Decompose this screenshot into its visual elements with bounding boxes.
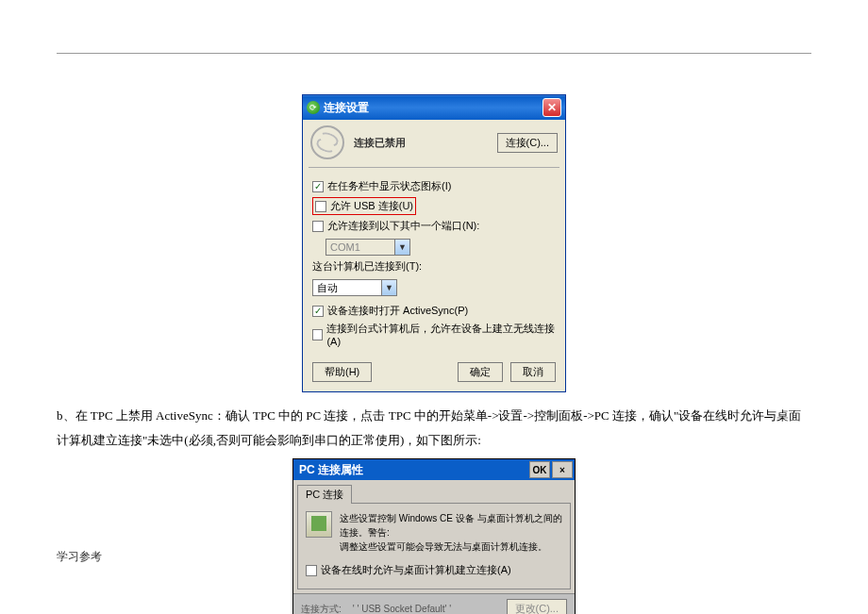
- info-line2: 调整这些设置可能会导致无法与桌面计算机连接。: [340, 539, 562, 554]
- pc-connection-properties-dialog: PC 连接属性 OK × PC 连接 这些设置控制 Windows CE 设备 …: [292, 458, 576, 614]
- divider: [309, 167, 559, 168]
- bottom-bar: 连接方式: ' ' USB Socket Default' ' 更改(C)...: [293, 593, 575, 614]
- close-button[interactable]: ✕: [542, 98, 561, 117]
- titlebar: ⟳ 连接设置 ✕: [303, 95, 565, 120]
- help-button[interactable]: 帮助(H): [312, 362, 372, 382]
- wireless-checkbox[interactable]: [312, 329, 323, 340]
- activesync-icon: ⟳: [307, 101, 320, 114]
- port-select-value: COM1: [330, 241, 360, 253]
- allow-connection-checkbox[interactable]: [306, 565, 317, 576]
- usb-label: 允许 USB 连接(U): [330, 199, 413, 213]
- dialog-buttons: 帮助(H) 确定 取消: [303, 357, 565, 391]
- method-label: 连接方式:: [301, 603, 342, 615]
- port-checkbox[interactable]: [312, 221, 324, 232]
- cancel-button[interactable]: 取消: [510, 362, 556, 382]
- activesync-label: 设备连接时打开 ActiveSync(P): [327, 304, 468, 318]
- connect-button[interactable]: 连接(C)...: [497, 133, 558, 153]
- change-button[interactable]: 更改(C)...: [507, 599, 567, 614]
- connection-settings-dialog: ⟳ 连接设置 ✕ 连接已禁用 连接(C)... ✓ 在任务栏中显示状态图标(I)…: [302, 94, 566, 392]
- chevron-down-icon: ▼: [394, 240, 409, 255]
- connected-select-value: 自动: [317, 281, 338, 295]
- connected-label: 这台计算机已连接到(T):: [312, 259, 422, 274]
- close-button[interactable]: ×: [552, 461, 573, 478]
- dialog-title: 连接设置: [324, 100, 542, 116]
- tab-area: PC 连接 这些设置控制 Windows CE 设备 与桌面计算机之间的连接。警…: [293, 480, 575, 593]
- pc-connection-tab[interactable]: PC 连接: [297, 485, 352, 504]
- page-top-divider: [57, 53, 811, 54]
- info-text: 这些设置控制 Windows CE 设备 与桌面计算机之间的连接。警告: 调整这…: [340, 511, 562, 554]
- wireless-label: 连接到台式计算机后，允许在设备上建立无线连接(A): [326, 322, 556, 347]
- port-select[interactable]: COM1 ▼: [326, 239, 410, 256]
- activesync-checkbox[interactable]: ✓: [312, 306, 324, 317]
- dialog2-title: PC 连接属性: [299, 462, 527, 478]
- connected-select[interactable]: 自动 ▼: [312, 279, 397, 296]
- options-area: ✓ 在任务栏中显示状态图标(I) 允许 USB 连接(U) 允许连接到以下其中一…: [303, 170, 565, 357]
- info-line1: 这些设置控制 Windows CE 设备 与桌面计算机之间的连接。警告:: [340, 511, 562, 539]
- ok-button[interactable]: 确定: [458, 362, 503, 382]
- page-footer: 学习参考: [57, 549, 102, 565]
- device-icon: [306, 511, 332, 538]
- method-value: ' ' USB Socket Default' ': [353, 604, 451, 614]
- status-row: 连接已禁用 连接(C)...: [303, 120, 565, 165]
- port-label: 允许连接到以下其中一个端口(N):: [327, 219, 479, 233]
- taskbar-checkbox[interactable]: ✓: [312, 181, 324, 192]
- sync-status-icon: [310, 125, 344, 159]
- status-text: 连接已禁用: [354, 136, 497, 150]
- doc-paragraph-b: b、在 TPC 上禁用 ActiveSync：确认 TPC 中的 PC 连接，点…: [57, 404, 811, 453]
- usb-checkbox[interactable]: [315, 201, 326, 212]
- allow-connection-label: 设备在线时允许与桌面计算机建立连接(A): [321, 563, 511, 577]
- chevron-down-icon: ▼: [381, 280, 396, 295]
- titlebar: PC 连接属性 OK ×: [293, 459, 575, 480]
- usb-highlight: 允许 USB 连接(U): [312, 197, 416, 215]
- ok-titlebar-button[interactable]: OK: [529, 461, 550, 478]
- tab-content: 这些设置控制 Windows CE 设备 与桌面计算机之间的连接。警告: 调整这…: [297, 503, 571, 589]
- taskbar-label: 在任务栏中显示状态图标(I): [327, 179, 451, 193]
